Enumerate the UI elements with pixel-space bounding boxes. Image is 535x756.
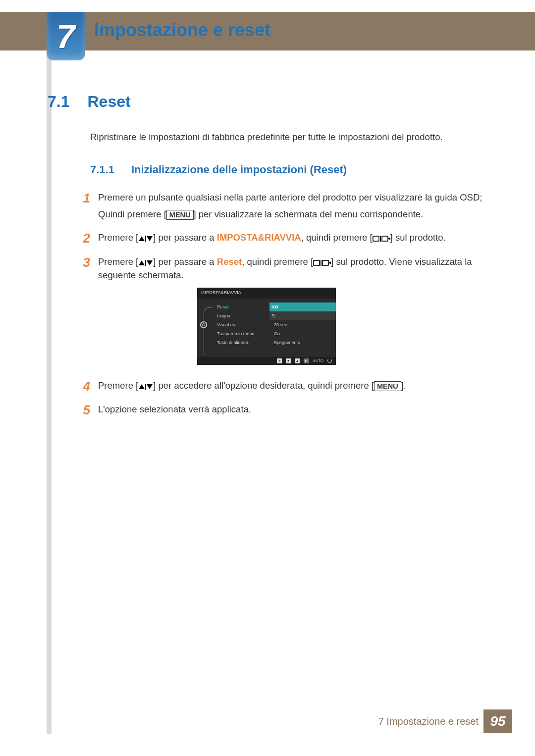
osd-value: Spegnimento (269, 338, 336, 347)
step-number: 4 (79, 377, 90, 396)
osd-item-reset: Reset (215, 302, 269, 311)
up-down-icon (138, 380, 153, 391)
menu-button-label: MENU (166, 210, 194, 220)
step-1-line-1: Premere un pulsante qualsiasi nella part… (98, 191, 488, 204)
step-5-text: L'opzione selezionata verrà applicata. (98, 403, 488, 416)
svg-rect-2 (380, 236, 381, 242)
osd-screenshot: IMPOSTA&RIAVVIA Reset Lingua Visual ora … (197, 288, 336, 364)
page-footer: 7 Impostazione e reset 95 (378, 709, 512, 733)
svg-rect-0 (145, 236, 146, 242)
step-number: 5 (79, 401, 90, 419)
section-number: 7.1 (48, 90, 69, 113)
osd-item-lingua: Lingua (215, 311, 269, 320)
steps-list: 1 Premere un pulsante qualsiasi nella pa… (79, 189, 488, 419)
section-title: Reset (87, 90, 130, 113)
up-down-icon (138, 232, 153, 243)
svg-rect-7 (322, 260, 328, 265)
chapter-number-badge: 7 (47, 12, 85, 60)
footer-chapter-ref: 7 Impostazione e reset (378, 716, 479, 727)
section-intro: Ripristinare le impostazioni di fabbrica… (90, 130, 488, 144)
svg-rect-5 (314, 260, 320, 265)
svg-rect-4 (145, 260, 146, 266)
keyword-imposta: IMPOSTA&RIAVVIA (217, 232, 301, 243)
osd-value-no: NO (269, 302, 336, 311)
osd-auto-label: AUTO (313, 358, 323, 364)
page-content: 7.1 Reset Ripristinare le impostazioni d… (48, 90, 488, 425)
step-1-line-2: Quindi premere [MENU] per visualizzare l… (98, 207, 488, 221)
svg-rect-6 (321, 260, 321, 266)
source-enter-icon (313, 256, 331, 267)
osd-menu-right: NO Sì 20 sec On Spegnimento (269, 299, 336, 357)
step-3: 3 Premere [] per passare a Reset, quindi… (79, 253, 488, 372)
down-arrow-icon: ▾ (286, 358, 291, 363)
step-5: 5 L'opzione selezionata verrà applicata. (79, 401, 488, 419)
step-1: 1 Premere un pulsante qualsiasi nella pa… (79, 189, 488, 224)
osd-value: 20 sec (269, 320, 336, 329)
subsection-title: Inizializzazione delle impostazioni (Res… (131, 162, 347, 178)
osd-item-visualora: Visual ora (215, 320, 269, 329)
step-number: 1 (79, 189, 90, 207)
osd-footer: ◂ ▾ ▴ ▸ AUTO (197, 357, 336, 365)
osd-menu-left: Reset Lingua Visual ora Trasparenza menu… (215, 299, 269, 357)
chapter-number: 7 (56, 17, 75, 55)
left-arrow-icon: ◂ (277, 358, 282, 363)
up-arrow-icon: ▴ (295, 358, 300, 363)
osd-item-tasto: Tasto di aliment. (215, 338, 269, 347)
chapter-title: Impostazione e reset (94, 20, 270, 41)
subsection-number: 7.1.1 (90, 162, 114, 178)
page-number: 95 (483, 709, 512, 733)
subsection-heading: 7.1.1 Inizializzazione delle impostazion… (90, 162, 488, 178)
step-number: 3 (79, 253, 90, 272)
power-icon (327, 358, 332, 363)
osd-value-si: Sì (269, 311, 336, 320)
step-4: 4 Premere [] per accedere all'opzione de… (79, 377, 488, 396)
section-heading: 7.1 Reset (48, 90, 488, 113)
svg-rect-3 (382, 236, 388, 241)
enter-icon: ▸ (304, 358, 309, 363)
up-down-icon (138, 256, 153, 267)
menu-button-label: MENU (374, 381, 401, 391)
osd-item-trasparenza: Trasparenza menu (215, 329, 269, 338)
osd-value: On (269, 329, 336, 338)
svg-rect-1 (373, 236, 379, 241)
keyword-reset: Reset (217, 256, 242, 267)
step-number: 2 (79, 229, 90, 248)
svg-rect-8 (145, 384, 146, 390)
osd-title: IMPOSTA&RIAVVIA (197, 288, 336, 298)
source-enter-icon (373, 232, 390, 243)
osd-curve-decoration (204, 307, 213, 355)
step-2: 2 Premere [] per passare a IMPOSTA&RIAVV… (79, 229, 488, 248)
